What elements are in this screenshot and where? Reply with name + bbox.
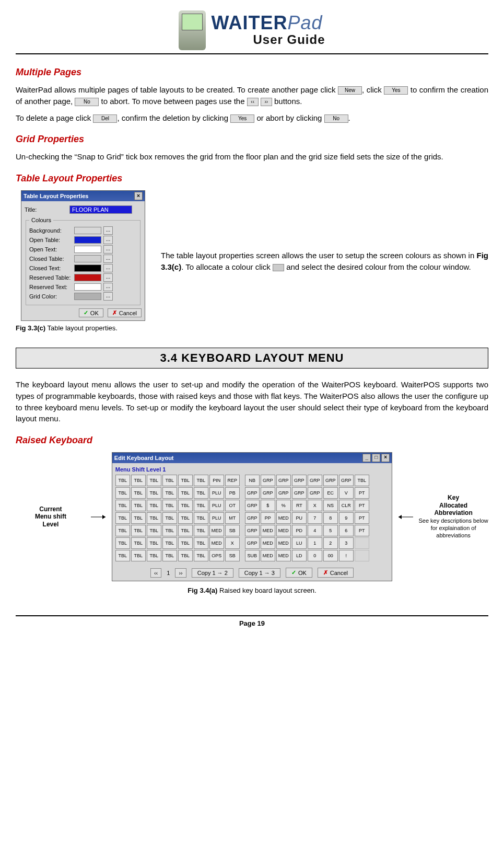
keyboard-key[interactable]: TBL <box>355 475 369 486</box>
keyboard-key[interactable]: 5 <box>323 525 338 536</box>
keyboard-key[interactable]: TBL <box>131 487 146 499</box>
keyboard-key[interactable]: PT <box>355 512 369 524</box>
keyboard-key[interactable]: TBL <box>194 500 208 511</box>
keyboard-key[interactable]: 0 <box>308 550 322 561</box>
keyboard-key[interactable]: V <box>339 487 354 499</box>
keyboard-key[interactable]: LD <box>292 550 307 561</box>
copy-1-3-button[interactable]: Copy 1 → 3 <box>239 568 280 578</box>
kbd-prev-button[interactable]: ‹‹ <box>150 568 161 578</box>
keyboard-key[interactable]: TBL <box>162 525 177 536</box>
keyboard-key[interactable]: TBL <box>147 537 161 549</box>
kbd-cancel-button[interactable]: ✗Cancel <box>318 568 354 578</box>
keyboard-key[interactable]: TBL <box>147 500 161 511</box>
keyboard-key[interactable]: TBL <box>131 550 146 561</box>
no-button-2[interactable]: No <box>324 114 348 123</box>
kbd-ok-button[interactable]: ✓OK <box>286 568 312 578</box>
cancel-button[interactable]: ✗Cancel <box>108 308 142 317</box>
keyboard-key[interactable]: TBL <box>178 525 193 536</box>
colour-picker-button[interactable]: ... <box>103 264 113 272</box>
colour-picker-button[interactable]: ... <box>103 226 113 235</box>
keyboard-key[interactable]: 00 <box>323 550 338 561</box>
keyboard-key[interactable]: TBL <box>115 550 130 561</box>
keyboard-key[interactable]: SB <box>225 550 240 561</box>
keyboard-key[interactable]: SUB <box>245 550 260 561</box>
keyboard-key[interactable]: PLU <box>209 500 224 511</box>
keyboard-key[interactable]: MED <box>261 525 275 536</box>
keyboard-key[interactable]: TBL <box>178 475 193 486</box>
colour-picker-button[interactable] <box>273 264 284 271</box>
keyboard-key[interactable]: X <box>225 537 240 549</box>
keyboard-key[interactable]: GRP <box>323 475 338 486</box>
no-button[interactable]: No <box>75 98 99 106</box>
keyboard-key[interactable]: OT <box>225 500 240 511</box>
keyboard-key[interactable]: TBL <box>147 487 161 499</box>
keyboard-key[interactable]: LU <box>292 537 307 549</box>
keyboard-key[interactable]: TBL <box>194 550 208 561</box>
keyboard-key[interactable]: MED <box>261 550 275 561</box>
prev-page-button[interactable]: ‹‹ <box>247 98 259 106</box>
keyboard-key[interactable]: GRP <box>245 537 260 549</box>
keyboard-key[interactable]: MED <box>209 525 224 536</box>
keyboard-key[interactable]: TBL <box>147 550 161 561</box>
keyboard-key[interactable]: TBL <box>131 512 146 524</box>
keyboard-key[interactable]: TBL <box>115 512 130 524</box>
colour-picker-button[interactable]: ... <box>103 273 113 282</box>
keyboard-key[interactable]: NB <box>245 475 260 486</box>
keyboard-key[interactable]: TBL <box>162 550 177 561</box>
keyboard-key[interactable]: ! <box>339 550 354 561</box>
keyboard-key[interactable]: 6 <box>339 525 354 536</box>
keyboard-key[interactable]: NS <box>323 500 338 511</box>
kbd-next-button[interactable]: ›› <box>175 568 186 578</box>
keyboard-key[interactable]: TBL <box>194 537 208 549</box>
keyboard-key[interactable]: MED <box>276 550 291 561</box>
keyboard-key[interactable]: MED <box>276 537 291 549</box>
keyboard-key[interactable]: TBL <box>162 500 177 511</box>
delete-button[interactable]: Del <box>93 114 117 123</box>
keyboard-key[interactable]: TBL <box>115 475 130 486</box>
keyboard-key[interactable]: TBL <box>178 500 193 511</box>
keyboard-key[interactable]: 8 <box>323 512 338 524</box>
keyboard-key[interactable]: X <box>308 500 322 511</box>
maximize-icon[interactable]: □ <box>372 454 380 462</box>
keyboard-key[interactable]: 9 <box>339 512 354 524</box>
keyboard-key[interactable]: GRP <box>261 487 275 499</box>
keyboard-key[interactable]: TBL <box>131 525 146 536</box>
keyboard-key[interactable]: PD <box>292 525 307 536</box>
keyboard-key[interactable]: % <box>276 500 291 511</box>
keyboard-key[interactable]: TBL <box>178 512 193 524</box>
close-icon[interactable]: × <box>134 192 143 200</box>
keyboard-key[interactable]: GRP <box>292 487 307 499</box>
keyboard-key[interactable]: TBL <box>131 537 146 549</box>
keyboard-key[interactable]: PB <box>225 487 240 499</box>
keyboard-key[interactable]: GRP <box>245 500 260 511</box>
keyboard-key[interactable]: TBL <box>147 525 161 536</box>
keyboard-key[interactable]: PP <box>261 512 275 524</box>
keyboard-key[interactable]: PU <box>292 512 307 524</box>
keyboard-key[interactable]: PT <box>355 500 369 511</box>
keyboard-key[interactable]: PIN <box>209 475 224 486</box>
colour-picker-button[interactable]: ... <box>103 245 113 254</box>
keyboard-key[interactable]: MED <box>261 537 275 549</box>
keyboard-key[interactable]: GRP <box>339 475 354 486</box>
keyboard-key[interactable]: MED <box>276 512 291 524</box>
keyboard-key[interactable]: 2 <box>323 537 338 549</box>
minimize-icon[interactable]: _ <box>362 454 371 462</box>
keyboard-key[interactable]: 7 <box>308 512 322 524</box>
keyboard-key[interactable]: TBL <box>178 550 193 561</box>
keyboard-key[interactable]: TBL <box>147 475 161 486</box>
keyboard-key[interactable]: PLU <box>209 487 224 499</box>
next-page-button[interactable]: ›› <box>261 98 272 106</box>
keyboard-key[interactable]: GRP <box>261 475 275 486</box>
keyboard-key[interactable]: TBL <box>115 500 130 511</box>
keyboard-key[interactable]: PT <box>355 525 369 536</box>
keyboard-key[interactable]: $ <box>261 500 275 511</box>
keyboard-key[interactable]: TBL <box>162 537 177 549</box>
keyboard-key[interactable]: CLR <box>339 500 354 511</box>
copy-1-2-button[interactable]: Copy 1 → 2 <box>192 568 233 578</box>
yes-button-2[interactable]: Yes <box>230 114 254 123</box>
keyboard-key[interactable]: TBL <box>194 512 208 524</box>
title-input[interactable]: FLOOR PLAN <box>69 205 132 214</box>
keyboard-key[interactable]: TBL <box>162 512 177 524</box>
keyboard-key[interactable]: TBL <box>162 487 177 499</box>
keyboard-key[interactable]: TBL <box>115 487 130 499</box>
